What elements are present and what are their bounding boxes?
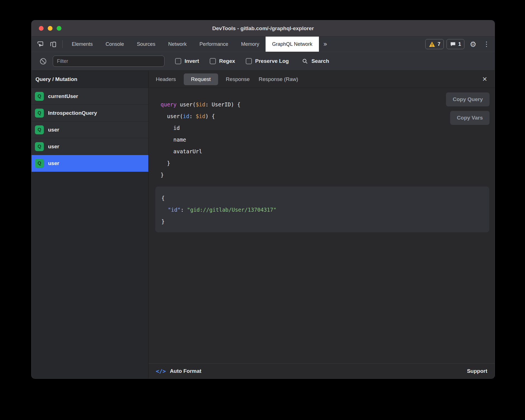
message-bubble-icon bbox=[450, 41, 456, 47]
regex-checkbox[interactable] bbox=[210, 58, 216, 64]
device-toolbar-button[interactable] bbox=[47, 37, 59, 52]
copy-vars-button[interactable]: Copy Vars bbox=[450, 111, 490, 125]
operation-list: Q currentUser Q IntrospectionQuery Q use… bbox=[32, 88, 148, 172]
regex-checkbox-group[interactable]: Regex bbox=[210, 58, 235, 64]
tab-graphql-network[interactable]: GraphQL Network bbox=[266, 37, 319, 52]
operation-name: currentUser bbox=[48, 93, 78, 99]
query-badge: Q bbox=[35, 109, 44, 118]
warning-icon bbox=[429, 41, 435, 47]
close-panel-icon[interactable]: ✕ bbox=[482, 76, 487, 83]
invert-checkbox[interactable] bbox=[175, 58, 181, 64]
operation-name: user bbox=[48, 160, 59, 166]
settings-gear-icon[interactable]: ⚙ bbox=[467, 38, 479, 50]
auto-format-label: Auto Format bbox=[170, 368, 201, 374]
device-toolbar-icon bbox=[49, 40, 57, 48]
operation-name: IntrospectionQuery bbox=[48, 110, 97, 116]
search-toggle[interactable]: Search bbox=[302, 58, 329, 65]
operation-name: user bbox=[48, 144, 59, 150]
minimize-window-button[interactable] bbox=[48, 26, 52, 31]
sidebar-header: Query / Mutation bbox=[32, 71, 148, 88]
variables-box: { "id": "gid://gitlab/User/13704317"} bbox=[155, 187, 489, 232]
filter-input[interactable] bbox=[53, 56, 164, 67]
tab-network[interactable]: Network bbox=[162, 37, 193, 52]
tab-response[interactable]: Response bbox=[225, 73, 251, 85]
list-item-introspectionquery[interactable]: Q IntrospectionQuery bbox=[32, 105, 148, 121]
tab-sources[interactable]: Sources bbox=[130, 37, 162, 52]
tab-elements[interactable]: Elements bbox=[65, 37, 99, 52]
invert-label: Invert bbox=[185, 58, 199, 64]
inspect-element-button[interactable] bbox=[34, 37, 47, 52]
copy-buttons: Copy Query Copy Vars bbox=[446, 92, 490, 125]
warnings-badge[interactable]: 7 bbox=[425, 39, 444, 49]
preserve-log-label: Preserve Log bbox=[255, 58, 289, 64]
tab-headers[interactable]: Headers bbox=[155, 73, 177, 85]
operations-sidebar: Query / Mutation Q currentUser Q Introsp… bbox=[32, 71, 149, 378]
tab-console[interactable]: Console bbox=[99, 37, 130, 52]
devtools-tabbar: Elements Console Sources Network Perform… bbox=[32, 37, 495, 52]
messages-count: 1 bbox=[458, 41, 461, 47]
query-badge: Q bbox=[35, 142, 44, 151]
graphql-query-code: query user($id: UserID) { user(id: $id) … bbox=[161, 99, 495, 181]
clear-log-button[interactable] bbox=[37, 58, 49, 65]
query-badge: Q bbox=[35, 125, 44, 134]
close-window-button[interactable] bbox=[39, 26, 44, 31]
variables-json-code: { "id": "gid://gitlab/User/13704317"} bbox=[161, 192, 489, 227]
devtools-window: DevTools - gitlab.com/-/graphql-explorer… bbox=[32, 20, 495, 378]
inspect-cursor-icon bbox=[37, 40, 44, 48]
regex-label: Regex bbox=[219, 58, 235, 64]
warnings-count: 7 bbox=[438, 41, 440, 47]
query-badge: Q bbox=[35, 159, 44, 168]
code-format-icon: </> bbox=[156, 368, 166, 374]
list-item-user-2[interactable]: Q user bbox=[32, 138, 148, 155]
search-icon bbox=[302, 58, 308, 65]
window-title: DevTools - gitlab.com/-/graphql-explorer bbox=[32, 25, 495, 32]
invert-checkbox-group[interactable]: Invert bbox=[175, 58, 199, 64]
titlebar: DevTools - gitlab.com/-/graphql-explorer bbox=[32, 20, 495, 37]
tab-memory[interactable]: Memory bbox=[235, 37, 266, 52]
kebab-menu-icon[interactable]: ⋮ bbox=[482, 38, 491, 50]
messages-badge[interactable]: 1 bbox=[447, 39, 464, 49]
preserve-log-checkbox[interactable] bbox=[246, 58, 252, 64]
copy-query-button[interactable]: Copy Query bbox=[446, 92, 490, 106]
list-item-user-1[interactable]: Q user bbox=[32, 121, 148, 138]
tab-performance[interactable]: Performance bbox=[193, 37, 235, 52]
tab-request[interactable]: Request bbox=[184, 73, 218, 85]
operation-name: user bbox=[48, 127, 59, 133]
query-badge: Q bbox=[35, 92, 44, 101]
request-panel-body: Copy Query Copy Vars query user($id: Use… bbox=[149, 88, 495, 363]
search-label: Search bbox=[311, 58, 329, 64]
detail-tabs: Headers Request Response Response (Raw) … bbox=[149, 71, 495, 88]
support-link[interactable]: Support bbox=[467, 368, 487, 374]
detail-footer: </> Auto Format Support bbox=[149, 363, 495, 378]
zoom-window-button[interactable] bbox=[57, 26, 61, 31]
list-item-currentuser[interactable]: Q currentUser bbox=[32, 88, 148, 105]
auto-format-toggle[interactable]: </> Auto Format bbox=[156, 368, 201, 374]
detail-panel: Headers Request Response Response (Raw) … bbox=[149, 71, 495, 378]
tab-response-raw[interactable]: Response (Raw) bbox=[257, 73, 299, 85]
preserve-log-checkbox-group[interactable]: Preserve Log bbox=[246, 58, 289, 64]
more-tabs-icon[interactable]: » bbox=[319, 37, 332, 52]
main-area: Query / Mutation Q currentUser Q Introsp… bbox=[32, 71, 495, 378]
tabbar-right-cluster: 7 1 ⚙ ⋮ bbox=[425, 37, 495, 52]
traffic-lights bbox=[39, 26, 61, 31]
list-item-user-3-selected[interactable]: Q user bbox=[32, 155, 148, 172]
block-icon bbox=[39, 58, 47, 65]
toolbar-divider bbox=[62, 40, 63, 48]
filter-bar: Invert Regex Preserve Log Search bbox=[32, 52, 495, 71]
